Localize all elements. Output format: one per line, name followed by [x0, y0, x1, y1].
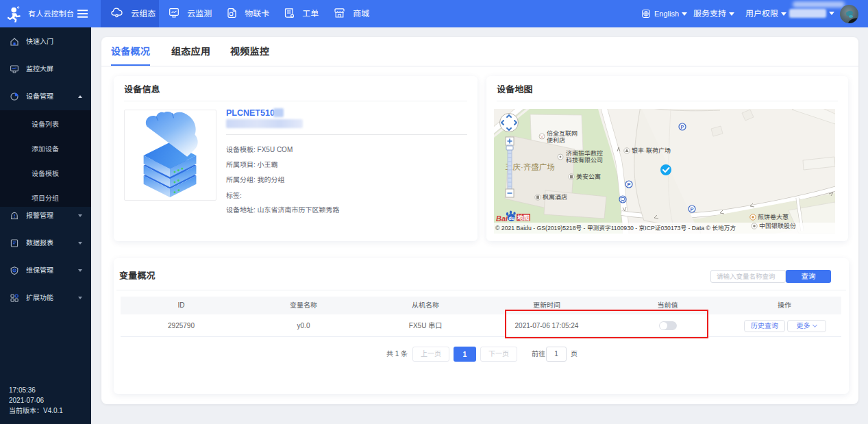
svg-text:煎饼卷大葱: 煎饼卷大葱: [758, 214, 789, 221]
svg-text:银丰·联荷广场: 银丰·联荷广场: [632, 147, 671, 154]
svg-text:便利店: 便利店: [547, 137, 565, 144]
svg-text:Bai: Bai: [496, 214, 508, 223]
svg-text:P: P: [690, 206, 693, 212]
svg-text:倍全互联网: 倍全互联网: [547, 130, 578, 137]
svg-text:济南振华数控: 济南振华数控: [566, 150, 603, 157]
svg-text:枫寓酒店: 枫寓酒店: [543, 194, 567, 201]
svg-text:╳: ╳: [540, 134, 544, 140]
svg-text:du: du: [509, 216, 515, 221]
svg-text:地图: 地图: [517, 214, 530, 221]
svg-text:科技有限公司: 科技有限公司: [566, 157, 603, 164]
svg-text:美安公寓: 美安公寓: [576, 173, 601, 180]
svg-text:中国银联股份: 中国银联股份: [759, 223, 796, 229]
svg-text:P: P: [680, 124, 684, 130]
svg-text:P: P: [627, 182, 630, 188]
svg-text:© 2021 Baidu - GS(2019)5218号 -: © 2021 Baidu - GS(2019)5218号 - 甲测资字11009…: [495, 225, 736, 232]
svg-text:三庆·齐盛广场: 三庆·齐盛广场: [505, 163, 555, 171]
